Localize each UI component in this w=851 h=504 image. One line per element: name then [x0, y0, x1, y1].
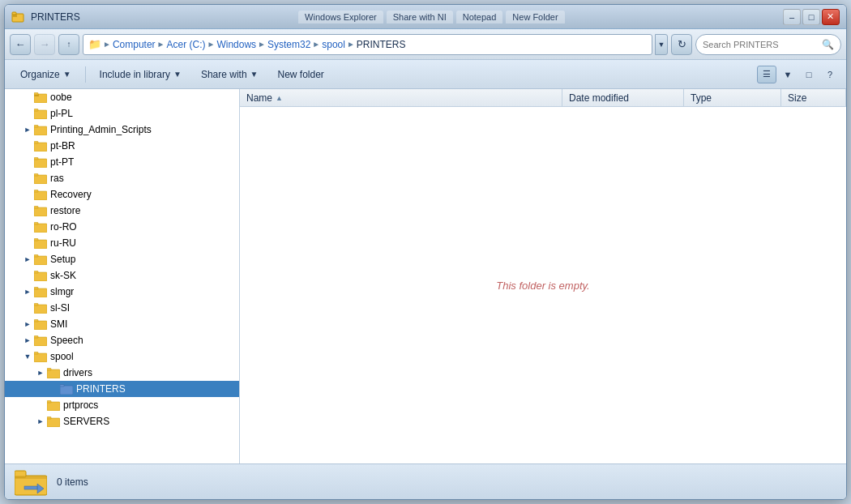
main-content: oobe pl-PL ► Printing_Admin_Scripts: [5, 89, 846, 463]
forward-button[interactable]: →: [34, 34, 55, 55]
tree-label-roRO: ro-RO: [50, 221, 77, 233]
close-button[interactable]: ✕: [822, 9, 840, 25]
tree-item-drivers[interactable]: ► drivers: [5, 365, 239, 381]
tree-item-ruRU[interactable]: ru-RU: [5, 235, 239, 251]
toggle-slSI: [21, 301, 34, 314]
svg-rect-28: [34, 288, 47, 297]
view-dropdown-button[interactable]: ▼: [778, 66, 798, 83]
breadcrumb-system32[interactable]: System32: [267, 39, 310, 50]
svg-rect-40: [60, 386, 73, 395]
share-with-dropdown-icon: ▼: [250, 70, 259, 79]
search-bar: 🔍: [695, 34, 841, 55]
search-input[interactable]: [703, 40, 819, 49]
toggle-ptBR: [21, 139, 34, 152]
tree-item-restore[interactable]: restore: [5, 203, 239, 219]
col-date[interactable]: Date modified: [562, 89, 684, 106]
up-button[interactable]: ↑: [58, 34, 79, 55]
preview-pane-button[interactable]: □: [799, 66, 819, 83]
tab-1[interactable]: Windows Explorer: [298, 11, 383, 23]
tree-item-slmgr[interactable]: ► slmgr: [5, 284, 239, 300]
col-size-label: Size: [788, 92, 806, 104]
help-button[interactable]: ?: [820, 66, 840, 83]
include-library-dropdown-icon: ▼: [173, 70, 182, 79]
svg-rect-18: [34, 207, 47, 216]
svg-rect-7: [34, 109, 38, 112]
tree-label-setup: Setup: [50, 254, 75, 265]
folder-icon-ptBR: [34, 140, 47, 152]
organize-button[interactable]: Organize ▼: [11, 64, 80, 85]
svg-rect-8: [34, 126, 47, 135]
breadcrumb-computer[interactable]: Computer: [113, 39, 156, 50]
tree-item-smi[interactable]: ► SMI: [5, 316, 239, 332]
toolbar-sep-1: [85, 66, 86, 83]
tree-item-oobe[interactable]: oobe: [5, 89, 239, 105]
svg-rect-48: [15, 476, 47, 479]
svg-rect-39: [47, 369, 51, 371]
tree-item-ptPT[interactable]: pt-PT: [5, 154, 239, 170]
svg-rect-50: [24, 486, 37, 489]
tree-item-setup[interactable]: ► Setup: [5, 251, 239, 267]
svg-rect-10: [34, 143, 47, 152]
svg-rect-13: [34, 158, 38, 160]
maximize-button[interactable]: □: [802, 9, 820, 25]
tab-3[interactable]: Notepad: [456, 11, 503, 23]
tree-item-recovery[interactable]: Recovery: [5, 186, 239, 203]
svg-rect-22: [34, 240, 47, 249]
refresh-button[interactable]: ↻: [671, 34, 692, 55]
tree-item-printing[interactable]: ► Printing_Admin_Scripts: [5, 122, 239, 138]
tree-item-printers[interactable]: PRINTERS: [5, 381, 239, 397]
svg-rect-2: [12, 12, 16, 15]
breadcrumb-spool[interactable]: spool: [322, 39, 345, 50]
svg-rect-24: [34, 256, 47, 265]
tree-item-spool[interactable]: ▼ spool: [5, 348, 239, 365]
tree-label-printing: Printing_Admin_Scripts: [50, 124, 152, 135]
svg-rect-34: [34, 337, 47, 346]
folder-icon-recovery: [34, 189, 47, 200]
tab-4[interactable]: New Folder: [506, 11, 564, 23]
sep-4: ►: [312, 40, 320, 49]
tree-item-ptBR[interactable]: pt-BR: [5, 138, 239, 154]
toggle-ras: [21, 172, 34, 185]
include-library-button[interactable]: Include in library ▼: [91, 64, 190, 85]
minimize-button[interactable]: –: [783, 9, 801, 25]
organize-dropdown-icon: ▼: [63, 70, 71, 79]
status-bar: 0 items: [5, 463, 846, 499]
folder-icon-printing: [34, 124, 47, 135]
toggle-printers: [47, 382, 60, 395]
tree-item-prtprocs[interactable]: prtprocs: [5, 397, 239, 413]
nav-bar: ← → ↑ 📁 ► Computer ► Acer (C:) ► Windows…: [5, 29, 846, 60]
col-type[interactable]: Type: [684, 89, 781, 106]
breadcrumb-windows[interactable]: Windows: [216, 39, 256, 50]
share-with-button[interactable]: Share with ▼: [192, 64, 267, 85]
folder-icon-prtprocs: [47, 399, 60, 411]
svg-rect-45: [47, 417, 51, 420]
tab-2[interactable]: Share with NI: [387, 11, 453, 23]
details-view-button[interactable]: ☰: [757, 66, 776, 83]
tree-item-skSK[interactable]: sk-SK: [5, 267, 239, 284]
folder-icon-printers: [60, 383, 73, 395]
tree-item-plPL[interactable]: pl-PL: [5, 105, 239, 122]
tree-item-ras[interactable]: ras: [5, 170, 239, 186]
tree-item-slSI[interactable]: sl-SI: [5, 300, 239, 316]
svg-rect-23: [34, 239, 38, 241]
sidebar-scroll: oobe pl-PL ► Printing_Admin_Scripts: [5, 89, 239, 463]
col-size[interactable]: Size: [781, 89, 846, 106]
tree-item-speech[interactable]: ► Speech: [5, 332, 239, 348]
new-folder-button[interactable]: New folder: [269, 64, 333, 85]
tree-label-restore: restore: [50, 205, 80, 216]
new-folder-label: New folder: [278, 69, 324, 80]
col-name-label: Name: [246, 92, 272, 104]
tree-item-servers[interactable]: ► SERVERS: [5, 413, 239, 429]
svg-rect-20: [34, 224, 47, 233]
folder-icon-restore: [34, 205, 47, 216]
svg-rect-26: [34, 272, 47, 281]
back-button[interactable]: ←: [10, 34, 31, 55]
svg-rect-25: [34, 255, 38, 258]
col-name[interactable]: Name ▲: [240, 89, 562, 106]
status-folder-icon: [15, 468, 47, 497]
tree-item-roRO[interactable]: ro-RO: [5, 219, 239, 235]
folder-icon-servers: [47, 416, 60, 427]
folder-icon-slmgr: [34, 286, 47, 297]
breadcrumb-drive[interactable]: Acer (C:): [167, 39, 206, 50]
breadcrumb-dropdown[interactable]: ▼: [655, 34, 668, 55]
